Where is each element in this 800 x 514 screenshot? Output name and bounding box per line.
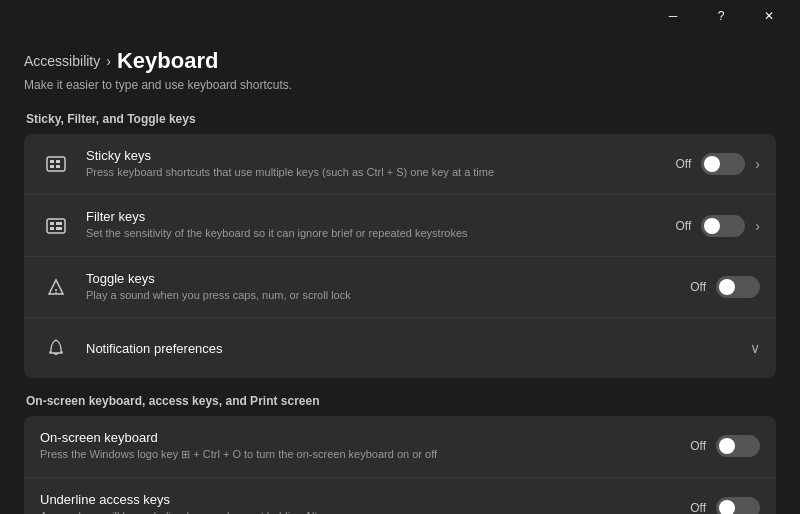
- section-title-sticky: Sticky, Filter, and Toggle keys: [24, 112, 776, 126]
- underline-access-keys-desc: Access keys will be underlined even when…: [40, 509, 690, 514]
- sticky-keys-title: Sticky keys: [86, 148, 676, 163]
- svg-rect-2: [50, 165, 54, 168]
- svg-rect-8: [56, 222, 62, 225]
- svg-rect-0: [47, 157, 65, 171]
- filter-keys-icon: [40, 210, 72, 242]
- sticky-keys-item[interactable]: Sticky keys Press keyboard shortcuts tha…: [24, 134, 776, 195]
- svg-rect-4: [56, 165, 60, 168]
- minimize-button[interactable]: ─: [650, 0, 696, 32]
- onscreen-keyboard-right: Off: [690, 435, 760, 457]
- onscreen-keyboard-item[interactable]: On-screen keyboard Press the Windows log…: [24, 416, 776, 477]
- close-button[interactable]: ✕: [746, 0, 792, 32]
- svg-rect-5: [47, 219, 65, 233]
- breadcrumb-separator: ›: [106, 53, 111, 69]
- notification-preferences-icon: [40, 332, 72, 364]
- sticky-keys-desc: Press keyboard shortcuts that use multip…: [86, 165, 676, 180]
- filter-keys-desc: Set the sensitivity of the keyboard so i…: [86, 226, 676, 241]
- sticky-filter-toggle-group: Sticky keys Press keyboard shortcuts tha…: [24, 134, 776, 378]
- toggle-keys-text: Toggle keys Play a sound when you press …: [86, 271, 690, 303]
- filter-keys-right: Off ›: [676, 215, 760, 237]
- toggle-keys-icon: [40, 271, 72, 303]
- sticky-keys-text: Sticky keys Press keyboard shortcuts tha…: [86, 148, 676, 180]
- breadcrumb-accessibility[interactable]: Accessibility: [24, 53, 100, 69]
- notification-preferences-chevron: ∨: [750, 340, 760, 356]
- underline-access-keys-toggle[interactable]: [716, 497, 760, 514]
- notification-preferences-item[interactable]: Notification preferences ∨: [24, 318, 776, 378]
- help-button[interactable]: ?: [698, 0, 744, 32]
- toggle-keys-title: Toggle keys: [86, 271, 690, 286]
- underline-access-keys-title: Underline access keys: [40, 492, 690, 507]
- title-bar-buttons: ─ ? ✕: [650, 0, 792, 32]
- svg-rect-6: [50, 222, 54, 225]
- onscreen-keyboard-toggle-label: Off: [690, 439, 706, 453]
- svg-point-12: [55, 292, 57, 294]
- onscreen-keyboard-group: On-screen keyboard Press the Windows log…: [24, 416, 776, 514]
- underline-access-keys-right: Off: [690, 497, 760, 514]
- filter-keys-chevron: ›: [755, 218, 760, 234]
- main-content: Accessibility › Keyboard Make it easier …: [0, 32, 800, 514]
- toggle-keys-toggle[interactable]: [716, 276, 760, 298]
- svg-rect-1: [50, 160, 54, 163]
- page-subtitle: Make it easier to type and use keyboard …: [24, 78, 776, 92]
- svg-rect-9: [56, 227, 62, 230]
- page-title: Keyboard: [117, 48, 218, 74]
- svg-rect-3: [56, 160, 60, 163]
- svg-rect-7: [50, 227, 54, 230]
- filter-keys-toggle[interactable]: [701, 215, 745, 237]
- toggle-keys-item[interactable]: Toggle keys Play a sound when you press …: [24, 257, 776, 318]
- breadcrumb: Accessibility › Keyboard: [24, 48, 776, 74]
- title-bar: ─ ? ✕: [0, 0, 800, 32]
- sticky-keys-icon: [40, 148, 72, 180]
- onscreen-keyboard-desc: Press the Windows logo key ⊞ + Ctrl + O …: [40, 447, 690, 462]
- filter-keys-title: Filter keys: [86, 209, 676, 224]
- sticky-keys-toggle[interactable]: [701, 153, 745, 175]
- sticky-keys-toggle-label: Off: [676, 157, 692, 171]
- section-title-onscreen: On-screen keyboard, access keys, and Pri…: [24, 394, 776, 408]
- sticky-keys-right: Off ›: [676, 153, 760, 175]
- toggle-keys-desc: Play a sound when you press caps, num, o…: [86, 288, 690, 303]
- filter-keys-text: Filter keys Set the sensitivity of the k…: [86, 209, 676, 241]
- underline-access-keys-text: Underline access keys Access keys will b…: [40, 492, 690, 514]
- onscreen-keyboard-toggle[interactable]: [716, 435, 760, 457]
- underline-access-keys-toggle-label: Off: [690, 501, 706, 514]
- sticky-keys-chevron: ›: [755, 156, 760, 172]
- underline-access-keys-item[interactable]: Underline access keys Access keys will b…: [24, 478, 776, 514]
- notification-preferences-title: Notification preferences: [86, 341, 750, 356]
- onscreen-keyboard-text: On-screen keyboard Press the Windows log…: [40, 430, 690, 462]
- filter-keys-toggle-label: Off: [676, 219, 692, 233]
- toggle-keys-right: Off: [690, 276, 760, 298]
- onscreen-keyboard-title: On-screen keyboard: [40, 430, 690, 445]
- filter-keys-item[interactable]: Filter keys Set the sensitivity of the k…: [24, 195, 776, 256]
- toggle-keys-toggle-label: Off: [690, 280, 706, 294]
